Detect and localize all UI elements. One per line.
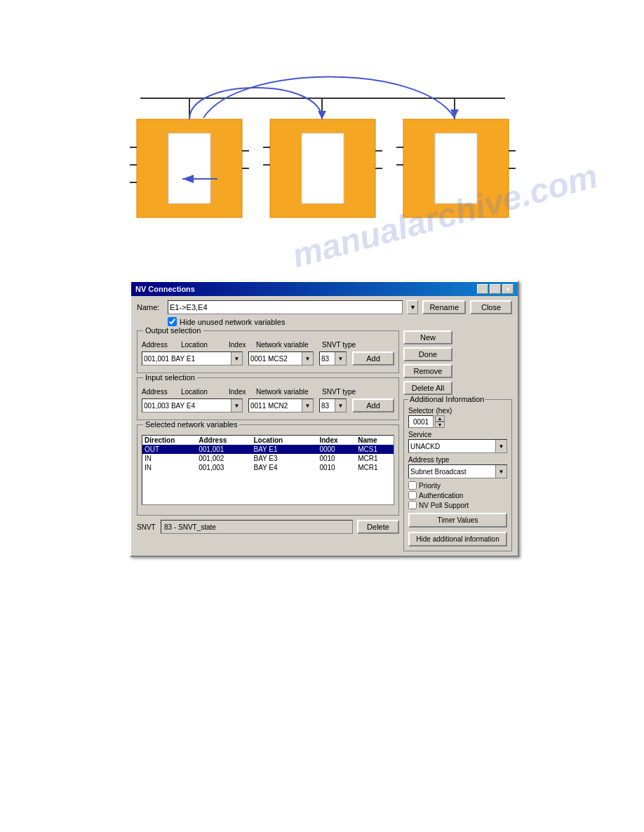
svg-marker-23 [318, 111, 326, 119]
left-panel: Output selection Address Location Index … [137, 330, 399, 551]
cell-name: MCR1 [356, 454, 394, 463]
cell-direction: OUT [142, 445, 196, 454]
output-nv-combo[interactable]: 0001 MCS2 ▼ [248, 351, 314, 365]
main-panels: Output selection Address Location Index … [137, 330, 512, 551]
name-input[interactable] [168, 300, 403, 314]
timer-values-button[interactable]: Timer Values [408, 513, 507, 528]
hide-additional-button[interactable]: Hide additional information [408, 532, 507, 546]
snvt-value: 83 - SNVT_state [161, 520, 353, 534]
selector-down-button[interactable]: ▼ [435, 422, 445, 428]
input-nv-combo[interactable]: 0011 MCN2 ▼ [248, 398, 314, 412]
address-type-combo[interactable]: Subnet Broadcast ▼ [408, 464, 507, 478]
name-row: Name: ▼ Rename Close [137, 300, 512, 314]
input-index-header: Index [229, 388, 253, 396]
cell-location: BAY E3 [252, 454, 318, 463]
input-location-combo[interactable]: 001,003 BAY E4 ▼ [142, 398, 243, 412]
close-button[interactable]: Close [470, 300, 512, 314]
maximize-button[interactable]: □ [490, 284, 501, 294]
close-title-button[interactable]: × [502, 284, 514, 294]
svg-rect-5 [168, 133, 210, 203]
priority-checkbox[interactable] [408, 481, 417, 490]
output-location-combo[interactable]: 001,001 BAY E1 ▼ [142, 351, 243, 365]
cell-direction: IN [142, 463, 196, 472]
output-headers: Address Location Index Network variable … [142, 341, 394, 349]
output-fields: 001,001 BAY E1 ▼ 0001 MCS2 ▼ 83 ▼ Add [142, 351, 394, 365]
output-snvt-header: SNVT type [322, 341, 356, 349]
checkboxes-section: Priority Authentication NV Poll Support [408, 481, 507, 509]
input-location-arrow[interactable]: ▼ [231, 399, 242, 412]
cell-location: BAY E1 [252, 445, 318, 454]
col-direction: Direction [142, 436, 196, 445]
nv-poll-checkbox[interactable] [408, 501, 417, 509]
authentication-checkbox-row: Authentication [408, 491, 507, 499]
col-name: Name [356, 436, 394, 445]
selected-nv-group: Selected network variables Direction Add… [137, 424, 399, 516]
cell-name: MCS1 [356, 445, 394, 454]
selector-spinner: ▲ ▼ [435, 415, 445, 428]
output-selection-label: Output selection [143, 326, 203, 335]
nv-connections-dialog: NV Connections _ □ × Name: ▼ Rename Clos… [130, 281, 519, 557]
input-nv-value: 0011 MCN2 [249, 402, 302, 410]
selector-input[interactable] [408, 415, 434, 428]
minimize-button[interactable]: _ [477, 284, 488, 294]
output-snvt-arrow[interactable]: ▼ [335, 352, 346, 365]
hide-unused-checkbox[interactable] [168, 317, 177, 326]
service-combo[interactable]: UNACKD ▼ [408, 439, 507, 453]
rename-button[interactable]: Rename [422, 300, 466, 314]
address-type-section: Address type Subnet Broadcast ▼ [408, 456, 507, 478]
input-nv-arrow[interactable]: ▼ [302, 399, 313, 412]
table-row[interactable]: IN 001,003 BAY E4 0010 MCR1 [142, 463, 394, 472]
snvt-label: SNVT [137, 523, 156, 531]
cell-address: 001,002 [196, 454, 251, 463]
output-nv-arrow[interactable]: ▼ [302, 352, 313, 365]
address-type-label: Address type [408, 456, 507, 464]
cell-index: 0000 [317, 445, 356, 454]
service-label: Service [408, 431, 507, 438]
service-arrow[interactable]: ▼ [495, 440, 507, 452]
output-address-header: Address [142, 341, 177, 349]
input-add-button[interactable]: Add [352, 398, 394, 412]
output-snvt-value: 83 [320, 355, 335, 363]
col-location: Location [252, 436, 318, 445]
input-location-header: Location [181, 388, 223, 396]
authentication-checkbox[interactable] [408, 491, 417, 499]
input-address-header: Address [142, 388, 177, 396]
svg-rect-18 [435, 133, 477, 203]
selector-up-button[interactable]: ▲ [435, 415, 445, 422]
cell-address: 001,001 [196, 445, 251, 454]
input-snvt-arrow[interactable]: ▼ [335, 399, 346, 412]
output-location-header: Location [181, 341, 223, 349]
titlebar-buttons: _ □ × [477, 284, 514, 294]
delete-all-button[interactable]: Delete All [403, 381, 452, 395]
input-fields: 001,003 BAY E4 ▼ 0011 MCN2 ▼ 83 ▼ Add [142, 398, 394, 412]
priority-label: Priority [419, 482, 441, 490]
nv-poll-checkbox-row: NV Poll Support [408, 501, 507, 509]
nv-table-container[interactable]: Direction Address Location Index Name OU… [142, 435, 394, 505]
name-dropdown-button[interactable]: ▼ [407, 300, 418, 314]
input-location-value: 001,003 BAY E4 [142, 402, 231, 410]
svg-rect-12 [302, 133, 344, 203]
input-snvt-combo[interactable]: 83 ▼ [319, 398, 347, 412]
output-add-button[interactable]: Add [352, 351, 394, 365]
output-snvt-combo[interactable]: 83 ▼ [319, 351, 347, 365]
input-headers: Address Location Index Network variable … [142, 388, 394, 396]
address-type-arrow[interactable]: ▼ [495, 465, 507, 478]
address-type-value: Subnet Broadcast [409, 468, 495, 476]
done-button[interactable]: Done [403, 347, 452, 361]
input-selection-label: Input selection [143, 373, 197, 382]
output-location-arrow[interactable]: ▼ [231, 352, 242, 365]
delete-button[interactable]: Delete [357, 520, 399, 534]
service-value: UNACKD [409, 443, 495, 450]
new-button[interactable]: New [403, 330, 452, 344]
snvt-text: 83 - SNVT_state [164, 523, 216, 531]
table-row[interactable]: OUT 001,001 BAY E1 0000 MCS1 [142, 445, 394, 454]
additional-info-label: Additional Information [408, 395, 485, 403]
nv-table: Direction Address Location Index Name OU… [142, 436, 394, 472]
input-snvt-value: 83 [320, 402, 335, 410]
cell-index: 0010 [317, 463, 356, 472]
table-row[interactable]: IN 001,002 BAY E3 0010 MCR1 [142, 454, 394, 463]
cell-direction: IN [142, 454, 196, 463]
priority-checkbox-row: Priority [408, 481, 507, 490]
cell-location: BAY E4 [252, 463, 318, 472]
remove-button[interactable]: Remove [403, 364, 452, 378]
